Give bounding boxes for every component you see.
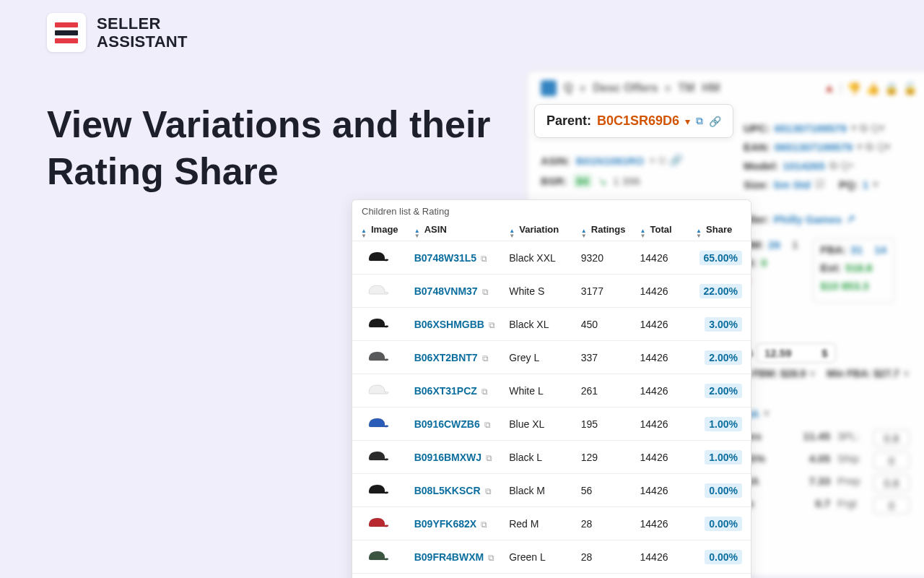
ratings-value: 129 bbox=[578, 441, 637, 474]
variations-panel: Children list & Rating Image ASIN Variat… bbox=[352, 199, 751, 578]
share-badge: 3.00% bbox=[705, 317, 742, 332]
share-badge: 0.00% bbox=[705, 483, 742, 498]
link-icon[interactable]: 🔗 bbox=[709, 116, 721, 127]
asin-link[interactable]: B09FR4BWXM bbox=[414, 551, 484, 563]
ratings-value: 9320 bbox=[578, 241, 637, 275]
variation-value: Black M bbox=[506, 474, 578, 507]
panel-title: Children list & Rating bbox=[352, 200, 751, 220]
cog-input: DG 12.59$ bbox=[757, 343, 836, 363]
product-thumbnail bbox=[367, 348, 390, 365]
share-badge: 1.00% bbox=[705, 417, 742, 431]
col-asin[interactable]: ASIN bbox=[411, 220, 507, 241]
share-badge: 0.00% bbox=[705, 517, 742, 531]
copy-icon[interactable]: ⧉ bbox=[696, 115, 703, 127]
ratings-value: 28 bbox=[578, 507, 637, 540]
parent-asin-chip[interactable]: Parent: B0C1SR69D6 ▾ ⧉ 🔗 bbox=[534, 104, 733, 138]
total-value: 14426 bbox=[637, 275, 694, 308]
table-row: B0916BMXWJ⧉Black L129144261.00% bbox=[352, 441, 751, 474]
pagination-bar: Rows per page: 10 page of 2 ◀Previous Ne… bbox=[352, 573, 751, 578]
share-badge: 65.00% bbox=[699, 251, 742, 265]
chevron-down-icon[interactable]: ▾ bbox=[685, 116, 690, 127]
variation-value: Green L bbox=[506, 540, 578, 574]
product-thumbnail bbox=[367, 314, 390, 332]
share-badge: 0.00% bbox=[705, 550, 742, 564]
col-ratings[interactable]: Ratings bbox=[578, 220, 637, 241]
copy-icon[interactable]: ⧉ bbox=[486, 453, 492, 463]
copy-icon[interactable]: ⧉ bbox=[485, 486, 492, 496]
parent-label: Parent: bbox=[546, 113, 591, 129]
total-value: 14426 bbox=[637, 308, 694, 341]
table-row: B0916CWZB6⧉Blue XL195144261.00% bbox=[352, 407, 751, 441]
asin-link[interactable]: B06XT2BNT7 bbox=[414, 352, 478, 363]
variation-value: White S bbox=[506, 275, 578, 308]
product-thumbnail bbox=[367, 547, 390, 564]
ratings-value: 28 bbox=[578, 540, 637, 574]
asin-link[interactable]: B0748VNM37 bbox=[414, 285, 478, 297]
background-product-right: UPC:651307199579▾ ⧉ Q▾ EAN:0651307199579… bbox=[736, 71, 924, 577]
ratings-value: 450 bbox=[578, 308, 637, 341]
table-row: B0748W31L5⧉Black XXL93201442665.00% bbox=[352, 241, 751, 275]
share-badge: 22.00% bbox=[699, 284, 742, 298]
ratings-value: 3177 bbox=[578, 275, 637, 308]
product-thumbnail bbox=[367, 447, 390, 465]
copy-icon[interactable]: ⧉ bbox=[481, 519, 487, 530]
copy-icon[interactable]: ⧉ bbox=[484, 420, 491, 430]
product-thumbnail bbox=[367, 248, 390, 265]
brand-header: SELLER ASSISTANT bbox=[47, 13, 188, 52]
brand-logo bbox=[47, 13, 86, 52]
asin-link[interactable]: B0916BMXWJ bbox=[414, 452, 481, 463]
col-variation[interactable]: Variation bbox=[506, 220, 578, 241]
product-thumbnail bbox=[367, 414, 390, 431]
total-value: 14426 bbox=[637, 474, 694, 507]
share-badge: 1.00% bbox=[705, 450, 742, 465]
table-row: B06XT2BNT7⧉Grey L337144262.00% bbox=[352, 341, 751, 374]
product-thumbnail bbox=[367, 514, 390, 531]
total-value: 14426 bbox=[637, 241, 694, 275]
variation-value: Black XXL bbox=[506, 241, 578, 275]
brand-text: SELLER ASSISTANT bbox=[97, 14, 188, 51]
total-value: 14426 bbox=[637, 441, 694, 474]
asin-link[interactable]: B06XT31PCZ bbox=[414, 385, 477, 397]
page-headline: View Variations and their Rating Share bbox=[47, 101, 494, 195]
product-thumbnail bbox=[367, 281, 390, 298]
copy-icon[interactable]: ⧉ bbox=[489, 320, 495, 330]
total-value: 14426 bbox=[637, 507, 694, 540]
copy-icon[interactable]: ⧉ bbox=[488, 553, 494, 563]
product-thumbnail bbox=[367, 480, 390, 498]
variations-table: Image ASIN Variation Ratings Total Share… bbox=[352, 220, 751, 573]
variation-value: Black XL bbox=[506, 308, 578, 341]
table-row: B09FR4BWXM⧉Green L28144260.00% bbox=[352, 540, 751, 574]
col-total[interactable]: Total bbox=[637, 220, 694, 241]
parent-value: B0C1SR69D6 bbox=[597, 113, 679, 129]
product-thumbnail bbox=[367, 381, 390, 398]
table-row: B0748VNM37⧉White S31771442622.00% bbox=[352, 275, 751, 308]
copy-icon[interactable]: ⧉ bbox=[482, 287, 489, 297]
variation-value: White L bbox=[506, 374, 578, 407]
copy-icon[interactable]: ⧉ bbox=[482, 353, 489, 363]
table-row: B08L5KKSCR⧉Black M56144260.00% bbox=[352, 474, 751, 507]
total-value: 14426 bbox=[637, 374, 694, 407]
col-share[interactable]: Share bbox=[693, 220, 751, 241]
table-row: B06XT31PCZ⧉White L261144262.00% bbox=[352, 374, 751, 407]
copy-icon[interactable]: ⧉ bbox=[481, 387, 488, 397]
table-row: B06XSHMGBB⧉Black XL450144263.00% bbox=[352, 308, 751, 341]
col-image[interactable]: Image bbox=[352, 220, 411, 241]
variation-value: Grey L bbox=[506, 341, 578, 374]
variation-value: Blue XL bbox=[506, 407, 578, 441]
ratings-value: 261 bbox=[578, 374, 637, 407]
ratings-value: 337 bbox=[578, 341, 637, 374]
total-value: 14426 bbox=[637, 341, 694, 374]
total-value: 14426 bbox=[637, 540, 694, 574]
asin-link[interactable]: B0748W31L5 bbox=[414, 252, 476, 264]
copy-icon[interactable]: ⧉ bbox=[481, 254, 487, 264]
total-value: 14426 bbox=[637, 407, 694, 441]
asin-link[interactable]: B09YFK682X bbox=[414, 518, 476, 530]
variation-value: Black L bbox=[506, 441, 578, 474]
variation-value: Red M bbox=[506, 507, 578, 540]
asin-link[interactable]: B0916CWZB6 bbox=[414, 418, 480, 430]
ratings-value: 56 bbox=[578, 474, 637, 507]
asin-link[interactable]: B06XSHMGBB bbox=[414, 319, 484, 330]
share-badge: 2.00% bbox=[705, 350, 742, 365]
asin-link[interactable]: B08L5KKSCR bbox=[414, 485, 481, 496]
table-row: B09YFK682X⧉Red M28144260.00% bbox=[352, 507, 751, 540]
